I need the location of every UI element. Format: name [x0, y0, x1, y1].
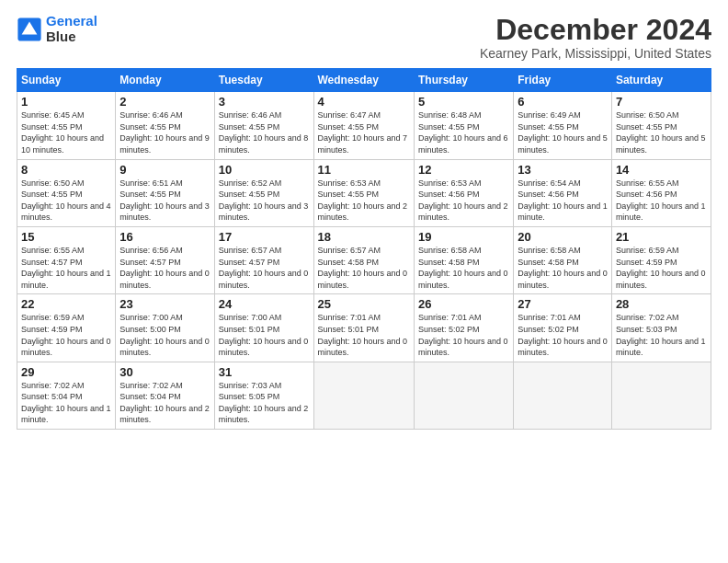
calendar-day-cell: 15 Sunrise: 6:55 AM Sunset: 4:57 PM Dayl…	[17, 226, 116, 293]
calendar-week-row: 29 Sunrise: 7:02 AM Sunset: 5:04 PM Dayl…	[17, 362, 711, 429]
day-info: Sunrise: 6:55 AM Sunset: 4:57 PM Dayligh…	[21, 245, 111, 291]
day-info: Sunrise: 6:45 AM Sunset: 4:55 PM Dayligh…	[21, 109, 111, 155]
col-sunday: Sunday	[17, 69, 116, 92]
day-info: Sunrise: 7:01 AM Sunset: 5:01 PM Dayligh…	[318, 312, 410, 358]
calendar-day-cell: 24 Sunrise: 7:00 AM Sunset: 5:01 PM Dayl…	[214, 294, 313, 362]
calendar-day-cell: 26 Sunrise: 7:01 AM Sunset: 5:02 PM Dayl…	[414, 294, 513, 362]
calendar-day-cell: 2 Sunrise: 6:46 AM Sunset: 4:55 PM Dayli…	[116, 92, 214, 159]
calendar-day-cell: 17 Sunrise: 6:57 AM Sunset: 4:57 PM Dayl…	[214, 226, 313, 293]
day-info: Sunrise: 6:53 AM Sunset: 4:55 PM Dayligh…	[318, 178, 410, 224]
day-info: Sunrise: 6:57 AM Sunset: 4:57 PM Dayligh…	[219, 245, 310, 291]
calendar-day-cell: 25 Sunrise: 7:01 AM Sunset: 5:01 PM Dayl…	[313, 294, 414, 362]
col-tuesday: Tuesday	[214, 69, 313, 92]
day-info: Sunrise: 7:01 AM Sunset: 5:02 PM Dayligh…	[518, 312, 608, 358]
day-number: 19	[418, 230, 509, 244]
day-number: 30	[119, 365, 210, 379]
day-number: 15	[21, 230, 111, 244]
logo: General Blue	[17, 14, 97, 44]
calendar-day-cell: 21 Sunrise: 6:59 AM Sunset: 4:59 PM Dayl…	[611, 226, 711, 293]
day-info: Sunrise: 7:02 AM Sunset: 5:03 PM Dayligh…	[616, 312, 707, 358]
day-info: Sunrise: 7:00 AM Sunset: 5:00 PM Dayligh…	[119, 312, 210, 358]
day-info: Sunrise: 7:00 AM Sunset: 5:01 PM Dayligh…	[219, 312, 310, 358]
day-info: Sunrise: 6:51 AM Sunset: 4:55 PM Dayligh…	[119, 178, 210, 224]
day-info: Sunrise: 6:48 AM Sunset: 4:55 PM Dayligh…	[418, 109, 509, 155]
day-info: Sunrise: 6:53 AM Sunset: 4:56 PM Dayligh…	[418, 178, 509, 224]
day-info: Sunrise: 7:02 AM Sunset: 5:04 PM Dayligh…	[119, 380, 210, 426]
calendar-day-cell	[414, 362, 513, 429]
day-info: Sunrise: 7:03 AM Sunset: 5:05 PM Dayligh…	[219, 380, 310, 426]
calendar-day-cell: 12 Sunrise: 6:53 AM Sunset: 4:56 PM Dayl…	[414, 159, 513, 226]
day-number: 8	[21, 163, 111, 177]
calendar-day-cell: 1 Sunrise: 6:45 AM Sunset: 4:55 PM Dayli…	[17, 92, 116, 159]
calendar-day-cell	[313, 362, 414, 429]
main-title: December 2024	[480, 14, 711, 46]
calendar-header-row: Sunday Monday Tuesday Wednesday Thursday…	[17, 69, 711, 92]
day-number: 6	[518, 95, 608, 109]
day-info: Sunrise: 6:56 AM Sunset: 4:57 PM Dayligh…	[119, 245, 210, 291]
day-number: 14	[616, 163, 707, 177]
col-thursday: Thursday	[414, 69, 513, 92]
calendar-day-cell: 3 Sunrise: 6:46 AM Sunset: 4:55 PM Dayli…	[214, 92, 313, 159]
calendar-week-row: 22 Sunrise: 6:59 AM Sunset: 4:59 PM Dayl…	[17, 294, 711, 362]
day-info: Sunrise: 7:02 AM Sunset: 5:04 PM Dayligh…	[21, 380, 111, 426]
day-number: 26	[418, 297, 509, 311]
day-number: 17	[219, 230, 310, 244]
day-info: Sunrise: 6:49 AM Sunset: 4:55 PM Dayligh…	[518, 109, 608, 155]
col-monday: Monday	[116, 69, 214, 92]
day-number: 18	[318, 230, 410, 244]
calendar-day-cell: 16 Sunrise: 6:56 AM Sunset: 4:57 PM Dayl…	[116, 226, 214, 293]
col-saturday: Saturday	[611, 69, 711, 92]
col-friday: Friday	[514, 69, 612, 92]
logo-text: General Blue	[46, 14, 97, 44]
day-number: 1	[21, 95, 111, 109]
day-number: 27	[518, 297, 608, 311]
calendar-day-cell: 4 Sunrise: 6:47 AM Sunset: 4:55 PM Dayli…	[313, 92, 414, 159]
day-info: Sunrise: 6:59 AM Sunset: 4:59 PM Dayligh…	[616, 245, 707, 291]
day-info: Sunrise: 6:55 AM Sunset: 4:56 PM Dayligh…	[616, 178, 707, 224]
subtitle: Kearney Park, Mississippi, United States	[480, 46, 711, 61]
title-section: December 2024 Kearney Park, Mississippi,…	[480, 14, 711, 61]
calendar-day-cell: 22 Sunrise: 6:59 AM Sunset: 4:59 PM Dayl…	[17, 294, 116, 362]
calendar-day-cell: 31 Sunrise: 7:03 AM Sunset: 5:05 PM Dayl…	[214, 362, 313, 429]
day-info: Sunrise: 6:52 AM Sunset: 4:55 PM Dayligh…	[219, 178, 310, 224]
day-number: 31	[219, 365, 310, 379]
calendar-week-row: 1 Sunrise: 6:45 AM Sunset: 4:55 PM Dayli…	[17, 92, 711, 159]
calendar-day-cell: 13 Sunrise: 6:54 AM Sunset: 4:56 PM Dayl…	[514, 159, 612, 226]
day-number: 29	[21, 365, 111, 379]
calendar-day-cell: 19 Sunrise: 6:58 AM Sunset: 4:58 PM Dayl…	[414, 226, 513, 293]
day-number: 5	[418, 95, 509, 109]
calendar-day-cell: 27 Sunrise: 7:01 AM Sunset: 5:02 PM Dayl…	[514, 294, 612, 362]
day-info: Sunrise: 6:50 AM Sunset: 4:55 PM Dayligh…	[616, 109, 707, 155]
day-info: Sunrise: 6:58 AM Sunset: 4:58 PM Dayligh…	[418, 245, 509, 291]
calendar-page: General Blue December 2024 Kearney Park,…	[0, 0, 728, 563]
day-number: 4	[318, 95, 410, 109]
calendar-week-row: 8 Sunrise: 6:50 AM Sunset: 4:55 PM Dayli…	[17, 159, 711, 226]
calendar-day-cell	[514, 362, 612, 429]
calendar-day-cell: 30 Sunrise: 7:02 AM Sunset: 5:04 PM Dayl…	[116, 362, 214, 429]
logo-icon	[17, 17, 42, 42]
calendar-week-row: 15 Sunrise: 6:55 AM Sunset: 4:57 PM Dayl…	[17, 226, 711, 293]
day-info: Sunrise: 6:58 AM Sunset: 4:58 PM Dayligh…	[518, 245, 608, 291]
day-number: 3	[219, 95, 310, 109]
day-number: 28	[616, 297, 707, 311]
calendar-day-cell: 20 Sunrise: 6:58 AM Sunset: 4:58 PM Dayl…	[514, 226, 612, 293]
calendar-day-cell: 14 Sunrise: 6:55 AM Sunset: 4:56 PM Dayl…	[611, 159, 711, 226]
calendar-day-cell: 18 Sunrise: 6:57 AM Sunset: 4:58 PM Dayl…	[313, 226, 414, 293]
day-number: 11	[318, 163, 410, 177]
day-number: 13	[518, 163, 608, 177]
day-number: 23	[119, 297, 210, 311]
day-number: 25	[318, 297, 410, 311]
calendar-day-cell: 9 Sunrise: 6:51 AM Sunset: 4:55 PM Dayli…	[116, 159, 214, 226]
day-info: Sunrise: 6:54 AM Sunset: 4:56 PM Dayligh…	[518, 178, 608, 224]
day-number: 10	[219, 163, 310, 177]
calendar-day-cell: 10 Sunrise: 6:52 AM Sunset: 4:55 PM Dayl…	[214, 159, 313, 226]
day-info: Sunrise: 6:47 AM Sunset: 4:55 PM Dayligh…	[318, 109, 410, 155]
calendar-day-cell: 28 Sunrise: 7:02 AM Sunset: 5:03 PM Dayl…	[611, 294, 711, 362]
day-info: Sunrise: 6:46 AM Sunset: 4:55 PM Dayligh…	[219, 109, 310, 155]
day-info: Sunrise: 6:59 AM Sunset: 4:59 PM Dayligh…	[21, 312, 111, 358]
day-info: Sunrise: 6:50 AM Sunset: 4:55 PM Dayligh…	[21, 178, 111, 224]
day-number: 24	[219, 297, 310, 311]
page-header: General Blue December 2024 Kearney Park,…	[17, 14, 711, 61]
calendar-day-cell	[611, 362, 711, 429]
day-number: 2	[119, 95, 210, 109]
